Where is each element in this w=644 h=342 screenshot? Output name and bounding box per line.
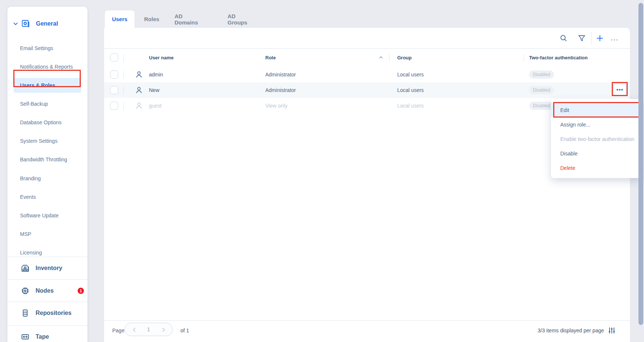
next-page-icon[interactable]: [160, 327, 166, 333]
sidebar-item-branding[interactable]: Branding: [20, 173, 83, 184]
sidebar-item-licensing[interactable]: Licensing: [20, 247, 83, 258]
sidebar-item-system-settings[interactable]: System Settings: [20, 136, 83, 146]
sort-ascending-icon[interactable]: [378, 55, 384, 60]
tab-ad-domains[interactable]: AD Domains: [175, 10, 198, 28]
sidebar-item-email-settings[interactable]: Email Settings: [20, 43, 83, 53]
user-icon: [135, 70, 143, 79]
sidebar-item-users-roles[interactable]: Users & Roles: [14, 78, 81, 93]
page-of-label: of 1: [180, 328, 189, 333]
app-root: General Email Settings Notifications & R…: [0, 0, 644, 342]
menu-item-disable[interactable]: Disable: [551, 146, 643, 161]
user-icon: [135, 101, 143, 110]
sidebar-section-nodes-label: Nodes: [36, 287, 54, 294]
display-settings-icon[interactable]: [608, 326, 616, 335]
current-page-value[interactable]: 1: [147, 323, 150, 336]
two-factor-status-badge: Disabled: [529, 86, 554, 94]
previous-page-icon[interactable]: [132, 327, 137, 333]
row-checkbox[interactable]: [110, 86, 118, 94]
user-icon: [135, 86, 143, 95]
tab-roles[interactable]: Roles: [144, 10, 159, 28]
two-factor-status-badge: Disabled: [529, 102, 554, 110]
sidebar-section-inventory-label: Inventory: [36, 265, 62, 272]
menu-item-edit[interactable]: Edit: [551, 103, 643, 117]
toolbar: ...: [104, 28, 630, 48]
divider: [389, 54, 389, 62]
sidebar-section-tape-label: Tape: [36, 333, 49, 340]
menu-item-enable-two-factor: Enable two-factor authentication: [551, 132, 643, 146]
divider: [524, 54, 524, 62]
add-icon[interactable]: [595, 33, 605, 43]
sidebar-section-general-label: General: [36, 20, 58, 27]
cell-user-name: New: [149, 82, 159, 98]
table-row[interactable]: admin Administrator Local users Disabled: [104, 67, 630, 82]
items-per-page-info: 3/3 items displayed per page: [538, 328, 604, 333]
tab-users[interactable]: Users: [105, 10, 135, 28]
table-row[interactable]: New Administrator Local users Disabled •…: [104, 82, 630, 98]
sidebar-item-database-options[interactable]: Database Options: [20, 117, 83, 128]
more-icon[interactable]: ...: [610, 33, 620, 43]
column-header-role[interactable]: Role: [265, 49, 276, 67]
sidebar-section-general[interactable]: General: [7, 17, 87, 30]
sidebar-section-repositories[interactable]: Repositories: [7, 302, 87, 324]
column-header-user-name[interactable]: User name: [149, 49, 173, 67]
cell-role: Administrator: [265, 67, 296, 82]
divider: [123, 54, 124, 62]
tape-icon: [21, 332, 30, 341]
settings-window-icon: [21, 19, 30, 28]
inventory-icon: [21, 264, 30, 273]
filter-icon[interactable]: [577, 33, 587, 43]
nodes-icon: [21, 286, 30, 295]
column-header-group[interactable]: Group: [397, 49, 412, 67]
main-panel: ... User name Role Group Two-factor auth…: [104, 28, 630, 342]
sidebar-item-bandwidth-throttling[interactable]: Bandwidth Throttling: [20, 154, 83, 165]
search-icon[interactable]: [558, 33, 569, 43]
table-header: User name Role Group Two-factor authenti…: [104, 49, 630, 67]
sidebar-section-nodes[interactable]: Nodes 1: [7, 280, 87, 302]
sidebar-item-msp[interactable]: MSP: [20, 229, 83, 239]
sidebar-item-notifications-reports[interactable]: Notifications & Reports: [20, 62, 83, 72]
page-stepper: 1: [125, 323, 173, 336]
page-label: Page: [112, 328, 125, 333]
sidebar-item-events[interactable]: Events: [20, 192, 83, 202]
select-all-checkbox[interactable]: [110, 53, 118, 62]
chevron-down-icon: [13, 21, 19, 27]
sidebar-section-repositories-label: Repositories: [36, 310, 72, 316]
cell-user-name: admin: [149, 67, 163, 82]
nodes-notification-badge: 1: [78, 288, 84, 294]
column-header-two-factor[interactable]: Two-factor authentication: [529, 49, 588, 67]
tab-ad-groups[interactable]: AD Groups: [228, 10, 247, 28]
cell-group: Local users: [397, 67, 424, 82]
row-actions-button[interactable]: •••: [613, 83, 627, 96]
sidebar-section-tape[interactable]: Tape: [7, 326, 87, 342]
pagination-bar: Page 1 of 1 3/3 items displayed per page: [104, 321, 630, 342]
sidebar-item-self-backup[interactable]: Self-Backup: [20, 99, 83, 109]
cell-group: Local users: [397, 82, 424, 98]
sidebar-section-inventory[interactable]: Inventory: [7, 257, 87, 279]
cell-user-name: guest: [149, 98, 162, 114]
sidebar: General Email Settings Notifications & R…: [7, 7, 87, 342]
menu-item-delete[interactable]: Delete: [551, 161, 643, 175]
cell-role: Administrator: [265, 82, 296, 98]
row-checkbox[interactable]: [110, 70, 118, 79]
repositories-icon: [21, 309, 30, 318]
cell-group: Local users: [397, 98, 424, 114]
sidebar-item-software-update[interactable]: Software Update: [20, 210, 83, 221]
menu-item-assign-role[interactable]: Assign role...: [551, 117, 643, 132]
divider: [123, 102, 124, 109]
cell-role: View only: [265, 98, 288, 114]
two-factor-status-badge: Disabled: [529, 70, 554, 79]
toolbar-divider: [591, 32, 591, 45]
divider: [123, 86, 124, 94]
row-checkbox[interactable]: [110, 102, 118, 110]
divider: [123, 71, 124, 78]
row-context-menu: Edit Assign role... Enable two-factor au…: [551, 99, 643, 178]
vertical-scrollbar[interactable]: [638, 3, 643, 325]
